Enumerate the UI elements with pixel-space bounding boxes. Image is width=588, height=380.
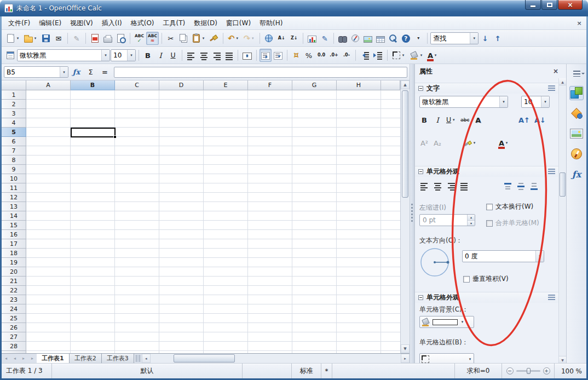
row-header-3[interactable]: 3 — [2, 109, 26, 118]
save-button[interactable] — [40, 32, 52, 45]
sidebar-scroll-down-button[interactable]: ▼ — [559, 356, 566, 363]
horizontal-scroll-track[interactable] — [151, 354, 401, 363]
menu-item-6[interactable]: 工具(T) — [159, 17, 190, 30]
horizontal-scroll-thumb[interactable] — [174, 354, 235, 362]
status-sum[interactable]: 求和=0 — [455, 364, 502, 378]
dropdown-arrow-icon[interactable]: ▾ — [499, 96, 508, 107]
indent-spinner[interactable]: 0 pt ▴ ▾ — [419, 214, 475, 226]
valign-center-button[interactable] — [515, 179, 527, 192]
zoom-slider-track[interactable] — [516, 370, 540, 372]
menu-item-8[interactable]: 窗口(W) — [222, 17, 255, 30]
column-header-E[interactable]: E — [204, 80, 248, 90]
vertical-scroll-track[interactable] — [401, 89, 410, 344]
background-color-button[interactable]: ▾ — [408, 49, 425, 62]
horizontal-scrollbar[interactable]: ◂ ▸ — [142, 354, 410, 363]
find-toolbar-combobox[interactable]: ▾ — [430, 32, 479, 44]
close-button[interactable]: × — [558, 0, 583, 10]
previous-sheet-button[interactable]: ◂ — [10, 354, 19, 363]
row-header-23[interactable]: 23 — [2, 295, 26, 304]
sum-button[interactable]: Σ — [84, 66, 97, 78]
scroll-down-button[interactable]: ▼ — [401, 344, 410, 353]
row-header-2[interactable]: 2 — [2, 100, 26, 109]
align-right-button[interactable] — [210, 49, 222, 62]
row-header-28[interactable]: 28 — [2, 342, 26, 351]
text-direction-ttb-button[interactable] — [272, 49, 284, 62]
scroll-left-button[interactable]: ◂ — [142, 354, 151, 363]
row-header-13[interactable]: 13 — [2, 202, 26, 211]
styles-deck-icon[interactable] — [569, 106, 584, 120]
font-name-combobox[interactable]: ▾ — [17, 49, 110, 61]
alignment-section-options-button[interactable] — [548, 169, 555, 175]
dropdown-arrow-icon[interactable]: ▾ — [468, 357, 472, 361]
merge-cells-button[interactable] — [241, 49, 253, 62]
row-header-6[interactable]: 6 — [2, 137, 26, 146]
menu-item-3[interactable]: 视图(V) — [66, 17, 97, 30]
row-header-9[interactable]: 9 — [2, 165, 26, 174]
menu-item-5[interactable]: 格式(O) — [126, 17, 159, 30]
row-header-11[interactable]: 11 — [2, 183, 26, 193]
cell-border-button[interactable]: ▾ — [419, 353, 474, 363]
dropdown-arrow-icon[interactable]: ▾ — [33, 36, 38, 41]
functions-deck-icon[interactable]: ƒx — [569, 167, 584, 181]
dropdown-arrow-icon[interactable]: ▾ — [433, 53, 438, 57]
dropdown-arrow-icon[interactable]: ▾ — [460, 320, 465, 324]
highlight-color-button[interactable]: ▾ — [462, 136, 479, 149]
name-box-dropdown-icon[interactable]: ▾ — [60, 67, 68, 77]
sidebar-font-color-button[interactable]: A▾ — [497, 136, 511, 149]
row-header-4[interactable]: 4 — [2, 118, 26, 128]
help-button[interactable]: ? — [400, 32, 412, 45]
appearance-section-header[interactable]: 单元格外观 — [415, 292, 558, 303]
zoom-out-button[interactable]: − — [506, 367, 514, 375]
find-next-button[interactable]: ↓ — [479, 32, 491, 45]
sidebar-bold-button[interactable]: B — [418, 113, 430, 126]
dropdown-arrow-icon[interactable]: ▾ — [541, 96, 549, 107]
open-document-button[interactable]: ▾ — [22, 32, 39, 45]
orientation-degrees-input[interactable] — [463, 251, 535, 261]
paste-button[interactable]: ▾ — [190, 32, 207, 45]
name-box[interactable]: ▾ — [4, 66, 68, 78]
standard-format-button[interactable]: 0.0 — [315, 49, 327, 62]
sidebar-shadow-button[interactable]: A — [472, 113, 484, 126]
menu-item-1[interactable]: 文件(F) — [4, 17, 34, 30]
last-sheet-button[interactable]: ▸ — [28, 354, 37, 363]
shrink-font-button[interactable]: A↓ — [533, 113, 547, 126]
row-header-12[interactable]: 12 — [2, 193, 26, 202]
gallery-deck-icon[interactable] — [569, 126, 584, 141]
page-preview-button[interactable] — [114, 32, 127, 45]
title-bar[interactable]: 未命名 1 - OpenOffice Calc × — [0, 0, 588, 16]
dropdown-arrow-icon[interactable]: ▾ — [504, 141, 509, 145]
currency-format-button[interactable]: ¤ — [290, 49, 302, 62]
spreadsheet-grid[interactable]: ABCDEFGH 1234567891011121314151617181920… — [2, 80, 400, 353]
format-paintbrush-button[interactable] — [208, 32, 220, 45]
text-direction-ltr-button[interactable] — [260, 49, 272, 62]
zoom-slider-thumb[interactable] — [527, 368, 531, 374]
cell-background-button[interactable]: ▾ — [419, 316, 474, 328]
function-button[interactable]: = — [99, 66, 111, 78]
auto-spellcheck-button[interactable]: ABC≈ — [146, 32, 159, 45]
italic-button[interactable]: I — [154, 49, 166, 62]
grow-font-button[interactable]: A↑ — [517, 113, 532, 126]
text-section-header[interactable]: 文字 — [415, 83, 558, 94]
row-header-29[interactable]: 29 — [2, 351, 26, 353]
column-header-H[interactable]: H — [337, 80, 381, 90]
align-left-button[interactable] — [185, 49, 197, 62]
new-document-button[interactable]: ▾ — [4, 32, 22, 45]
sidebar-close-button[interactable]: × — [553, 67, 558, 75]
text-section-options-button[interactable] — [548, 85, 555, 91]
sidebar-splitter[interactable] — [410, 64, 414, 363]
menu-item-7[interactable]: 数据(D) — [189, 17, 222, 30]
column-header-B[interactable]: B — [71, 80, 115, 90]
dropdown-arrow-icon[interactable]: ▾ — [401, 53, 406, 57]
find-previous-button[interactable]: ↑ — [492, 32, 504, 45]
print-button[interactable] — [102, 32, 114, 45]
collapse-icon[interactable] — [418, 169, 423, 174]
row-header-24[interactable]: 24 — [2, 304, 26, 314]
tab-split-handle[interactable] — [136, 355, 140, 362]
font-color-button[interactable]: A▾ — [426, 49, 440, 62]
collapse-icon[interactable] — [418, 86, 423, 91]
sidebar-font-size-input[interactable] — [522, 97, 541, 107]
row-header-7[interactable]: 7 — [2, 146, 26, 156]
insert-chart-button[interactable] — [306, 32, 318, 45]
dial-handle[interactable] — [447, 261, 449, 264]
row-header-1[interactable]: 1 — [2, 90, 26, 100]
